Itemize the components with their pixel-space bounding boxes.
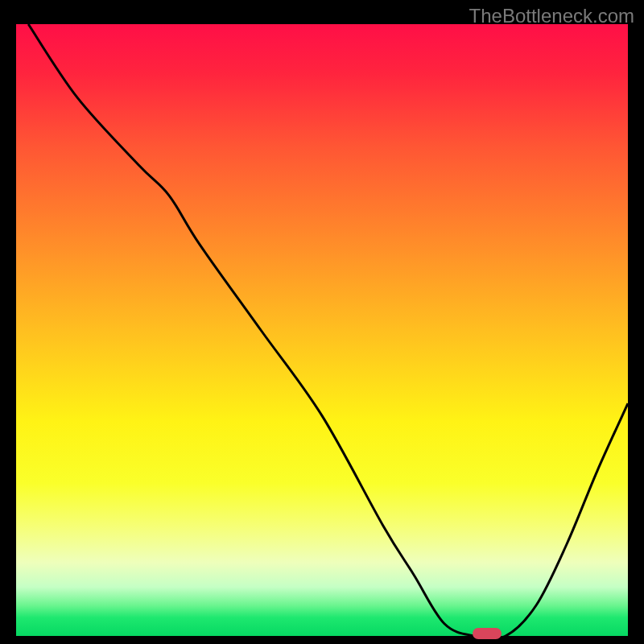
- plot-area: [16, 24, 628, 636]
- curve-line: [28, 24, 628, 636]
- chart-container: TheBottleneck.com: [0, 0, 644, 644]
- watermark-text: TheBottleneck.com: [469, 5, 634, 27]
- optimal-marker: [473, 628, 502, 639]
- bottleneck-curve: [16, 24, 628, 636]
